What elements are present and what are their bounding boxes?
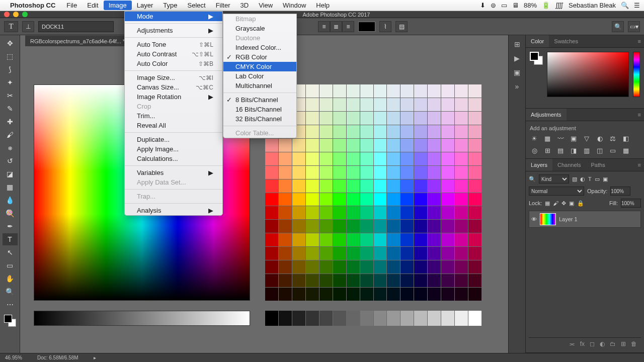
menu-item-auto-color[interactable]: Auto Color⇧⌘B [125, 59, 222, 68]
layer-thumbnail[interactable] [540, 213, 556, 225]
menu-item-calculations-[interactable]: Calculations... [125, 154, 222, 163]
window-close-button[interactable] [4, 12, 10, 17]
menu-view[interactable]: View [254, 1, 278, 10]
align-left-button[interactable]: ≡ [318, 21, 330, 32]
menu-item-rgb-color[interactable]: ✓RGB Color [223, 52, 296, 62]
panel-menu-icon[interactable]: ≡ [635, 159, 644, 171]
menu-help[interactable]: Help [311, 1, 335, 10]
menu-type[interactable]: Type [158, 1, 182, 10]
lock-all-icon[interactable]: 🔒 [577, 200, 584, 207]
group-icon[interactable]: 🗀 [610, 340, 616, 347]
menu-item-mode[interactable]: Mode▶ [125, 12, 222, 21]
menu-item-16-bits-channel[interactable]: 16 Bits/Channel [223, 105, 296, 114]
gradient-tool[interactable]: ▦ [3, 181, 18, 193]
font-family-select[interactable]: DOCK11 [38, 21, 114, 32]
user-name[interactable]: Sebastian Bleak [569, 2, 616, 9]
menu-item-grayscale[interactable]: Grayscale [223, 24, 296, 33]
layers-tab[interactable]: Layers [526, 159, 552, 171]
menu-item-indexed-color-[interactable]: Indexed Color... [223, 43, 296, 52]
menu-item-cmyk-color[interactable]: CMYK Color [223, 62, 296, 71]
menu-item-adjustments[interactable]: Adjustments▶ [125, 26, 222, 35]
color-tab[interactable]: Color [526, 35, 549, 47]
menu-layer[interactable]: Layer [132, 1, 158, 10]
menu-item-variables[interactable]: Variables▶ [125, 168, 222, 177]
color-balance-icon[interactable]: ⚖ [608, 134, 617, 142]
search-button[interactable]: 🔍 [612, 21, 624, 32]
menu-item-lab-color[interactable]: Lab Color [223, 71, 296, 81]
vibrance-icon[interactable]: ▽ [582, 134, 591, 142]
layer-mask-icon[interactable]: ◻ [590, 340, 595, 347]
menu-image[interactable]: Image [104, 1, 132, 10]
adjustment-layer-icon[interactable]: ◐ [600, 340, 605, 347]
layer-style-icon[interactable]: fx [580, 340, 585, 347]
visibility-toggle-icon[interactable]: 👁 [531, 216, 537, 222]
tool-preset-picker[interactable]: T [4, 21, 18, 32]
filter-adjust-icon[interactable]: ◐ [580, 176, 585, 183]
menu-item-trim-[interactable]: Trim... [125, 111, 222, 121]
brightness-icon[interactable]: ☀ [530, 134, 539, 142]
type-tool[interactable]: T [3, 233, 18, 245]
eyedropper-tool[interactable]: ✎ [3, 103, 18, 115]
gradient-map-icon[interactable]: ▭ [608, 146, 617, 154]
paths-tab[interactable]: Paths [586, 159, 610, 171]
crop-tool[interactable]: ✂ [3, 89, 18, 102]
lock-transparency-icon[interactable]: ▦ [545, 200, 550, 207]
menu-item-8-bits-channel[interactable]: ✓8 Bits/Channel [223, 95, 296, 105]
menu-edit[interactable]: Edit [82, 1, 103, 10]
filter-smart-icon[interactable]: ▣ [603, 176, 608, 183]
menu-3d[interactable]: 3D [235, 1, 254, 10]
expand-icon[interactable]: » [515, 82, 519, 90]
menu-item-duplicate-[interactable]: Duplicate... [125, 135, 222, 144]
menu-filter[interactable]: Filter [211, 1, 235, 10]
foreground-background-swatch[interactable] [4, 315, 16, 327]
marquee-tool[interactable]: ⬚ [3, 50, 18, 62]
edit-toolbar[interactable]: ⋯ [3, 299, 18, 311]
hue-slider[interactable] [633, 52, 640, 97]
libraries-icon[interactable]: ⊞ [514, 40, 520, 48]
menu-window[interactable]: Window [278, 1, 311, 10]
panel-menu-icon[interactable]: ≡ [635, 109, 644, 121]
swatches-tab[interactable]: Swatches [549, 35, 583, 47]
menu-extras-icon[interactable]: ☰ [634, 2, 640, 9]
bw-icon[interactable]: ◧ [621, 134, 630, 142]
filter-type-icon[interactable]: T [588, 176, 592, 182]
curves-icon[interactable]: 〰 [556, 134, 565, 142]
battery-icon[interactable]: 🔋 [542, 2, 550, 9]
history-brush-tool[interactable]: ↺ [3, 155, 18, 167]
app-name[interactable]: Photoshop CC [10, 2, 55, 9]
menu-item-canvas-size-[interactable]: Canvas Size...⌥⌘C [125, 82, 222, 92]
menu-item-analysis[interactable]: Analysis▶ [125, 206, 222, 215]
threshold-icon[interactable]: ◫ [595, 146, 604, 154]
screen-icon[interactable]: 🖥 [512, 2, 519, 9]
link-layers-icon[interactable]: ⫘ [569, 340, 575, 347]
brush-tool[interactable]: 🖌 [3, 129, 18, 141]
align-center-button[interactable]: ≣ [330, 21, 342, 32]
layer-filter-select[interactable]: Kind [539, 174, 569, 184]
panel-menu-icon[interactable]: ≡ [635, 35, 644, 47]
invert-icon[interactable]: ◨ [569, 146, 578, 154]
color-field[interactable] [547, 52, 629, 97]
menu-item-reveal-all[interactable]: Reveal All [125, 121, 222, 130]
fill-input[interactable] [621, 199, 641, 208]
download-icon[interactable]: ⬇ [480, 2, 486, 9]
hand-tool[interactable]: ✋ [3, 273, 18, 285]
exposure-icon[interactable]: ▣ [569, 134, 578, 142]
levels-icon[interactable]: ▦ [543, 134, 552, 142]
window-maximize-button[interactable] [22, 12, 28, 17]
blur-tool[interactable]: 💧 [3, 194, 18, 206]
channels-tab[interactable]: Channels [552, 159, 586, 171]
battery-percent[interactable]: 88% [524, 2, 537, 9]
eraser-tool[interactable]: ◪ [3, 168, 18, 180]
menu-file[interactable]: File [61, 1, 82, 10]
filter-shape-icon[interactable]: ▭ [595, 176, 600, 183]
window-minimize-button[interactable] [13, 12, 19, 17]
zoom-tool[interactable]: 🔍 [3, 286, 18, 298]
zoom-level[interactable]: 46.95% [5, 355, 22, 360]
dodge-tool[interactable]: 🍭 [3, 207, 18, 219]
text-color-chip[interactable] [358, 22, 375, 32]
menu-item-auto-contrast[interactable]: Auto Contrast⌥⇧⌘L [125, 49, 222, 59]
new-layer-icon[interactable]: ⊞ [621, 340, 626, 347]
layer-name[interactable]: Layer 1 [559, 216, 578, 222]
rectangle-tool[interactable]: ▭ [3, 259, 18, 272]
color-fgbg-swatch[interactable] [530, 52, 543, 65]
